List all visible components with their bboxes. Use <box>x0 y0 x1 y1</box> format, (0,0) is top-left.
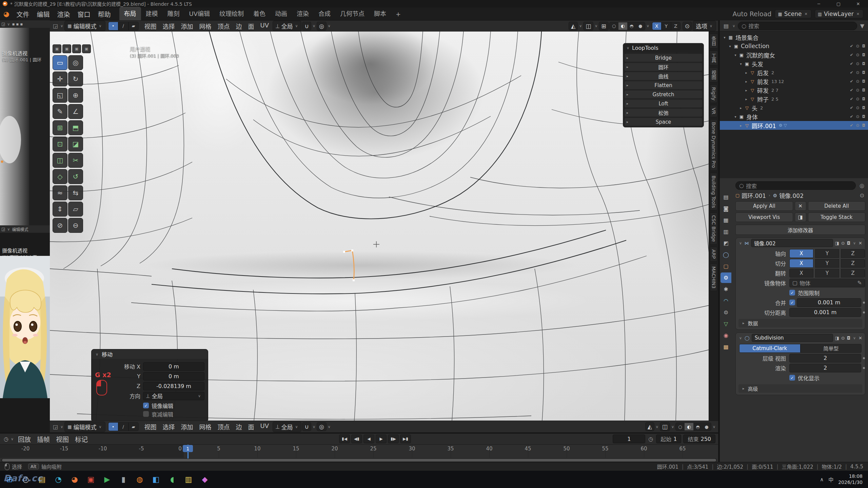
modifier-name-field[interactable]: 镜像.002 <box>751 239 833 247</box>
clipping-checkbox[interactable]: ✓ <box>789 290 795 296</box>
edge-select-button[interactable]: ∕ <box>118 22 129 30</box>
xray-toggle[interactable]: ⊞ <box>599 22 608 30</box>
advanced-subpanel[interactable]: ▸ 高级 <box>738 384 862 393</box>
tool-bevel[interactable]: ◪ <box>68 137 83 151</box>
taskbar-app-red-icon[interactable]: ▣ <box>83 472 98 487</box>
bisect-y-button[interactable]: Y <box>815 259 839 268</box>
animate-dot[interactable] <box>863 302 865 304</box>
properties-tab-material[interactable]: ◉ <box>721 330 731 341</box>
exclude-checkbox[interactable]: ✔ <box>850 79 853 84</box>
show-gizmo-toggle[interactable]: ◭ <box>569 22 578 30</box>
hide-eye-icon[interactable]: ⊙ <box>856 53 859 57</box>
tool-measure[interactable]: ∠ <box>68 104 83 119</box>
character-camera-view[interactable] <box>0 256 50 398</box>
mirror-z-button[interactable]: Z <box>671 22 680 30</box>
material-shading-button[interactable]: ◓ <box>693 423 702 430</box>
jump-end-button[interactable]: ▶▮ <box>400 434 411 443</box>
start-frame-field[interactable]: 起始 1 <box>656 434 681 443</box>
editor-type-icon[interactable]: ◲ <box>52 424 59 430</box>
rendered-shading-button[interactable]: ● <box>702 423 711 430</box>
render-camera-icon[interactable]: ◘ <box>862 44 866 48</box>
delete-all-button[interactable]: Delete All <box>808 201 866 211</box>
timeline-menu-2[interactable]: 视图 <box>53 434 72 444</box>
pin-toggle-icon[interactable]: ⊙ <box>859 192 865 199</box>
viewport-menu-0[interactable]: 视图 <box>141 22 160 30</box>
timeline-ruler[interactable]: 1 -20-15-10-505101520253035404550556065 <box>0 445 718 463</box>
sidebar-tab-9[interactable]: MACHIN3 <box>710 264 717 291</box>
viewport-menu-6[interactable]: 面 <box>245 22 257 30</box>
render-camera-icon[interactable]: ◘ <box>862 123 866 128</box>
hide-eye-icon[interactable]: ⊙ <box>856 97 859 101</box>
levels-viewport-field[interactable]: 2 <box>789 354 861 363</box>
eyedropper-icon[interactable]: ✎ <box>857 280 862 286</box>
view-layer-unlink-icon[interactable]: ✕ <box>856 12 860 16</box>
tool-edge-slide[interactable]: ⇆ <box>68 185 83 200</box>
editor-type-icon[interactable]: ▤ <box>723 23 730 29</box>
mini-mode-label[interactable]: 编辑模式 <box>12 226 28 232</box>
close-icon[interactable]: ✕ <box>859 336 862 341</box>
sidebar-tab-8[interactable]: ARP <box>710 247 717 262</box>
tool-rip-region[interactable]: ⊘ <box>53 218 67 233</box>
sidebar-tab-2[interactable]: 视图 <box>709 67 718 82</box>
toggle-stack-button[interactable]: Toggle Stack <box>808 212 866 222</box>
workspace-tab-1[interactable]: 建模 <box>141 7 163 20</box>
tool-loop-cut[interactable]: ◫ <box>53 153 67 168</box>
show-gizmo-toggle[interactable]: ◭ <box>645 422 654 431</box>
outliner-row-前发[interactable]: ▸▽前发13 12✔⊙◘ <box>720 77 868 86</box>
tool-select-box[interactable]: ▭ <box>53 55 67 70</box>
hide-eye-icon[interactable]: ⊙ <box>856 88 859 93</box>
ime-indicator[interactable]: 中 <box>828 476 833 483</box>
face-select-button[interactable]: ▰ <box>129 22 139 30</box>
outliner-row-辫子[interactable]: ▸▽辫子2 5✔⊙◘ <box>720 95 868 103</box>
properties-tab-scene[interactable]: ◩ <box>721 238 731 248</box>
exclude-checkbox[interactable]: ✔ <box>850 61 853 66</box>
view-layer-selector[interactable]: ▥ ViewLayer ✕ <box>815 9 863 18</box>
taskbar-green-play-icon[interactable]: ▶ <box>100 472 115 487</box>
merge-checkbox[interactable]: ✓ <box>789 300 795 305</box>
orientation-selector[interactable]: ⟂ 全局 ∨ <box>273 21 301 31</box>
workspace-tab-5[interactable]: 着色 <box>249 7 270 20</box>
exclude-checkbox[interactable]: ✔ <box>850 88 853 93</box>
proportional-edit-toggle[interactable]: ◎ <box>317 22 327 30</box>
playhead-badge[interactable]: 1 <box>183 445 193 452</box>
modifier-name-field[interactable]: Subdivision <box>752 334 833 342</box>
render-toggle-icon[interactable]: ◘ <box>847 336 850 341</box>
exclude-checkbox[interactable]: ✔ <box>850 105 853 110</box>
looptools-button-4[interactable]: Gstretch <box>624 90 703 99</box>
sidebar-tab-5[interactable]: Bone Dynamics Pro <box>710 119 717 171</box>
exclude-checkbox[interactable]: ✔ <box>850 70 853 75</box>
render-camera-icon[interactable]: ◘ <box>862 61 866 66</box>
move-y-field[interactable]: 0 m <box>143 372 204 381</box>
viewport-menu-4[interactable]: 顶点 <box>215 422 233 431</box>
blender-menu-icon[interactable]: ◕ <box>3 10 9 18</box>
viewport-menu-1[interactable]: 选择 <box>160 422 178 431</box>
edge-select-button[interactable]: ∕ <box>118 422 129 431</box>
overlays-toggle[interactable]: ◫ <box>583 22 593 30</box>
tool-rotate[interactable]: ↻ <box>68 72 83 86</box>
tool-poly-build[interactable]: ◇ <box>53 169 67 184</box>
workspace-tab-2[interactable]: 雕刻 <box>163 7 184 20</box>
topbar-menu-1[interactable]: 编辑 <box>33 9 53 19</box>
tweak-icon[interactable]: ▣ <box>53 44 61 53</box>
falloff-checkbox[interactable] <box>143 411 149 417</box>
close-icon[interactable]: ✕ <box>859 241 862 246</box>
pin-icon[interactable]: ◎ <box>859 182 865 189</box>
viewport-menu-1[interactable]: 选择 <box>160 22 178 30</box>
wireframe-shading-button[interactable]: ○ <box>610 22 618 30</box>
sidebar-tab-7[interactable]: CSC Bridge <box>710 212 717 245</box>
animate-dot[interactable] <box>863 311 865 313</box>
current-frame-field[interactable]: 1 <box>613 434 645 443</box>
properties-tab-output[interactable]: ▦ <box>721 215 731 225</box>
properties-tab-modifiers[interactable]: ⚙ <box>721 272 731 283</box>
close-button[interactable]: ✕ <box>848 0 868 7</box>
looptools-button-6[interactable]: 松弛 <box>624 108 703 117</box>
properties-tab-world[interactable]: ◯ <box>721 249 731 260</box>
mode-selector[interactable]: ▦ 编辑模式 ∨ <box>64 21 105 31</box>
catmull-clark-button[interactable]: Catmull-Clark <box>739 344 801 353</box>
mode-selector[interactable]: ▦ 编辑模式 ∨ <box>64 422 105 432</box>
properties-tab-constraints[interactable]: ⊜ <box>721 307 731 318</box>
tool-add-cube[interactable]: ⊞ <box>53 120 67 135</box>
bisect-distance-field[interactable]: 0.001 m <box>789 308 861 317</box>
timeline-menu-3[interactable]: 标记 <box>72 434 91 444</box>
properties-tab-physics[interactable]: ◠ <box>721 296 731 306</box>
